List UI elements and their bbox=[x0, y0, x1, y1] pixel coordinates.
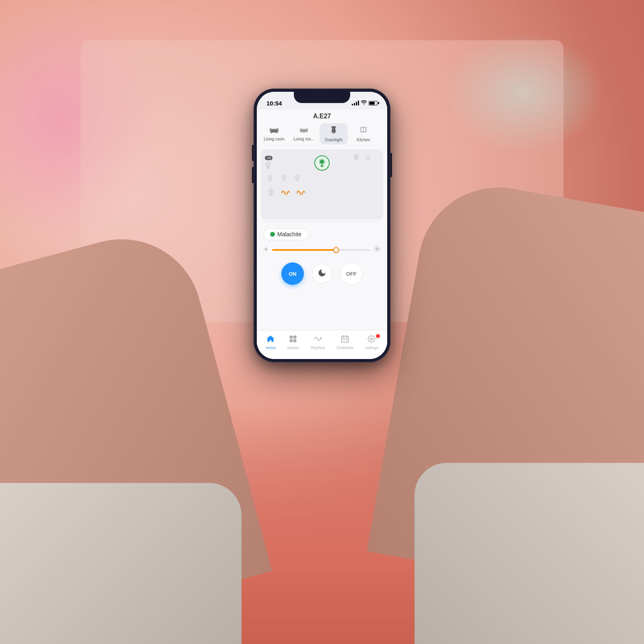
scene-pill[interactable]: Malachite bbox=[263, 228, 308, 240]
brightness-thumb[interactable] bbox=[333, 247, 339, 253]
tab-downlight[interactable]: Downlight bbox=[320, 123, 348, 144]
brightness-track[interactable] bbox=[272, 249, 370, 251]
svg-rect-15 bbox=[361, 127, 361, 132]
svg-point-19 bbox=[266, 162, 270, 167]
moon-icon bbox=[318, 268, 326, 279]
nav-schedules-label: Schedules bbox=[336, 346, 353, 350]
svg-point-63 bbox=[343, 339, 344, 341]
nav-settings-label: Settings bbox=[365, 346, 378, 350]
tab-downlight-label: Downlight bbox=[325, 138, 343, 142]
app-content: A.E27 bbox=[257, 109, 387, 359]
svg-rect-21 bbox=[267, 168, 269, 169]
bottom-row bbox=[267, 188, 305, 199]
off-button[interactable]: OFF bbox=[340, 262, 363, 285]
svg-rect-16 bbox=[366, 127, 367, 132]
scene-section: Malachite bbox=[257, 223, 387, 244]
home-icon bbox=[266, 335, 275, 345]
downlight-icon bbox=[329, 126, 338, 137]
svg-line-13 bbox=[334, 132, 335, 133]
nav-home[interactable]: Home bbox=[266, 335, 275, 350]
app-header: A.E27 bbox=[257, 109, 387, 120]
light-count: +6 bbox=[265, 156, 272, 160]
battery-fill bbox=[369, 102, 375, 105]
sofa-icon bbox=[269, 126, 279, 136]
tab-living-room[interactable]: Living room bbox=[260, 123, 288, 144]
on-button[interactable]: ON bbox=[281, 262, 304, 285]
tab-living-room-2[interactable]: Living roo... bbox=[290, 123, 318, 144]
power-button[interactable] bbox=[390, 153, 392, 177]
settings-icon bbox=[367, 335, 376, 345]
bulb-r2-3 bbox=[295, 174, 300, 184]
svg-point-46 bbox=[376, 247, 379, 250]
light-group-badge: +6 bbox=[265, 153, 272, 172]
control-buttons: ON OFF bbox=[257, 259, 387, 290]
tab-living-room-2-label: Living roo... bbox=[293, 137, 314, 141]
bulbs-row2 bbox=[267, 174, 300, 184]
bulb-1 bbox=[265, 161, 272, 172]
svg-point-27 bbox=[366, 154, 371, 159]
nav-schedules[interactable]: Schedules bbox=[336, 335, 353, 350]
svg-rect-32 bbox=[269, 180, 271, 181]
svg-point-41 bbox=[265, 248, 267, 250]
light-active-green[interactable] bbox=[314, 155, 330, 171]
scene-name: Malachite bbox=[277, 231, 301, 237]
nav-rhythms[interactable]: Rhythms bbox=[311, 335, 325, 350]
bulbs-right-top bbox=[353, 153, 371, 163]
room-tabs: Living room Living roo... bbox=[257, 123, 387, 148]
svg-rect-59 bbox=[342, 336, 349, 342]
svg-rect-38 bbox=[297, 180, 298, 181]
svg-point-30 bbox=[268, 175, 272, 180]
svg-rect-4 bbox=[271, 132, 272, 133]
svg-rect-5 bbox=[276, 132, 277, 133]
tab-living-room-label: Living room bbox=[264, 137, 285, 141]
svg-point-65 bbox=[346, 339, 347, 341]
phone-body: 10:54 bbox=[254, 89, 390, 362]
svg-rect-29 bbox=[367, 159, 369, 160]
svg-rect-3 bbox=[277, 128, 279, 132]
off-label: OFF bbox=[346, 271, 357, 277]
svg-rect-37 bbox=[296, 180, 298, 180]
signal-bar-2 bbox=[354, 103, 355, 105]
svg-rect-26 bbox=[355, 159, 357, 160]
svg-rect-28 bbox=[367, 159, 369, 159]
status-time: 10:54 bbox=[266, 100, 282, 107]
light-grid: +6 bbox=[261, 149, 383, 220]
nav-home-label: Home bbox=[266, 346, 275, 350]
scenes-icon bbox=[289, 335, 297, 345]
kitchen-icon bbox=[359, 126, 368, 137]
on-label: ON bbox=[289, 271, 297, 277]
svg-point-64 bbox=[345, 339, 346, 341]
signal-icon bbox=[352, 101, 359, 105]
svg-line-53 bbox=[375, 250, 376, 251]
signal-bar-3 bbox=[356, 102, 357, 105]
svg-rect-2 bbox=[270, 128, 272, 132]
app-title: A.E27 bbox=[263, 113, 381, 120]
brightness-slider-section bbox=[257, 244, 387, 259]
nav-rhythms-label: Rhythms bbox=[311, 346, 325, 350]
schedules-icon bbox=[341, 335, 349, 345]
nav-scenes-label: Scenes bbox=[287, 346, 299, 350]
tab-kitchen[interactable]: Kitchen bbox=[349, 123, 378, 144]
nav-scenes[interactable]: Scenes bbox=[287, 335, 299, 350]
wifi-icon bbox=[361, 100, 367, 106]
divider-1 bbox=[263, 221, 381, 222]
svg-point-33 bbox=[282, 175, 286, 180]
bulb-r2-2 bbox=[281, 174, 287, 184]
svg-line-12 bbox=[332, 132, 333, 133]
scene-color-dot bbox=[270, 232, 275, 237]
bulb-r2-1 bbox=[267, 174, 273, 184]
brightness-fill bbox=[272, 249, 336, 251]
svg-rect-58 bbox=[293, 339, 297, 343]
bulb-dim-1 bbox=[353, 153, 359, 163]
svg-rect-10 bbox=[332, 126, 336, 128]
signal-bar-4 bbox=[358, 101, 359, 105]
svg-line-51 bbox=[375, 246, 376, 247]
tab-kitchen-label: Kitchen bbox=[357, 138, 370, 142]
moon-button[interactable] bbox=[312, 264, 332, 284]
nav-settings[interactable]: Settings bbox=[365, 335, 378, 350]
svg-rect-56 bbox=[293, 336, 297, 339]
svg-point-24 bbox=[354, 154, 359, 159]
svg-rect-20 bbox=[267, 167, 269, 168]
bottom-nav: Home Scenes bbox=[257, 330, 387, 359]
svg-point-36 bbox=[295, 175, 300, 180]
